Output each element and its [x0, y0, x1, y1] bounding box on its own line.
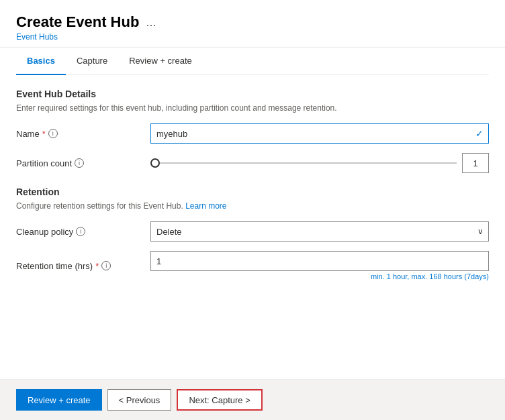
name-input-wrapper: ✓ [150, 123, 489, 144]
partition-value-box: 1 [462, 153, 489, 173]
main-content: Basics Capture Review + create Event Hub… [0, 48, 505, 379]
footer: Review + create < Previous Next: Capture… [0, 379, 505, 420]
retention-time-control: min. 1 hour, max. 168 hours (7days) [150, 251, 489, 280]
tab-capture[interactable]: Capture [66, 48, 118, 75]
tab-review-create[interactable]: Review + create [118, 48, 203, 75]
more-options-icon[interactable]: ... [146, 15, 156, 30]
tab-bar: Basics Capture Review + create [16, 48, 489, 75]
retention-section: Retention Configure retention settings f… [16, 187, 489, 280]
learn-more-link[interactable]: Learn more [185, 201, 226, 211]
previous-button[interactable]: < Previous [107, 389, 172, 411]
slider-wrapper [150, 153, 457, 173]
name-info-icon[interactable]: i [48, 129, 58, 138]
retention-time-label: Retention time (hrs) * i [16, 261, 150, 271]
section-title-details: Event Hub Details [16, 89, 489, 99]
retention-time-info-icon[interactable]: i [101, 261, 111, 270]
name-required: * [42, 129, 46, 139]
cleanup-row: Cleanup policy i Delete Compact ∨ [16, 221, 489, 242]
retention-hint: min. 1 hour, max. 168 hours (7days) [150, 272, 489, 280]
name-row: Name * i ✓ [16, 123, 489, 144]
page-title: Create Event Hub [16, 13, 139, 31]
name-check-icon: ✓ [475, 128, 484, 139]
cleanup-label: Cleanup policy i [16, 227, 150, 237]
section-title-retention: Retention [16, 187, 489, 197]
partition-info-icon[interactable]: i [75, 158, 84, 168]
partition-control: 1 [150, 153, 489, 173]
name-input[interactable] [150, 123, 489, 144]
review-create-button[interactable]: Review + create [16, 389, 102, 411]
cleanup-info-icon[interactable]: i [76, 227, 85, 236]
cleanup-select-wrapper: Delete Compact ∨ [150, 221, 489, 242]
partition-row: Partition count i 1 [16, 153, 489, 173]
section-description-retention: Configure retention settings for this Ev… [16, 201, 489, 211]
next-capture-button[interactable]: Next: Capture > [177, 389, 262, 411]
cleanup-control: Delete Compact ∨ [150, 221, 489, 242]
cleanup-select[interactable]: Delete Compact [150, 221, 489, 242]
retention-time-input[interactable] [150, 251, 489, 271]
retention-required: * [95, 261, 99, 271]
retention-input-wrapper [150, 251, 489, 271]
page-header: Create Event Hub ... Event Hubs [0, 0, 505, 48]
tab-basics[interactable]: Basics [16, 48, 66, 75]
name-label: Name * i [16, 129, 150, 139]
breadcrumb[interactable]: Event Hubs [16, 32, 489, 42]
event-hub-details-section: Event Hub Details Enter required setting… [16, 89, 489, 173]
partition-label: Partition count i [16, 158, 150, 168]
retention-time-row: Retention time (hrs) * i min. 1 hour, ma… [16, 251, 489, 280]
section-description-details: Enter required settings for this event h… [16, 103, 489, 113]
partition-slider[interactable] [150, 162, 457, 164]
slider-container: 1 [150, 153, 489, 173]
